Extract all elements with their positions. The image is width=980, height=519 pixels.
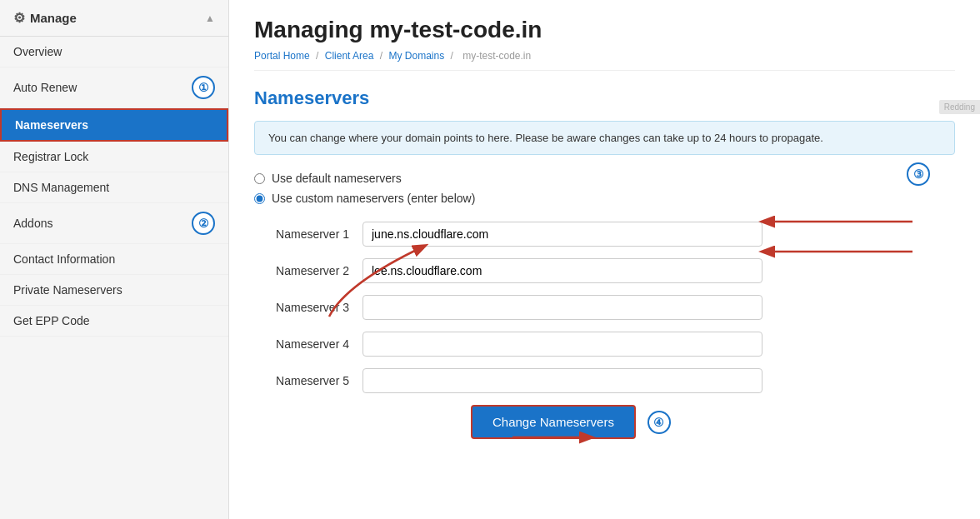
sidebar-item-dns-management[interactable]: DNS Management xyxy=(0,172,228,203)
watermark: Redding xyxy=(939,100,980,114)
radio-custom-option[interactable]: Use custom nameservers (enter below) xyxy=(254,192,955,205)
sidebar-item-nameservers[interactable]: Nameservers xyxy=(0,108,228,142)
breadcrumb-current: my-test-code.in xyxy=(462,50,531,62)
nameserver-4-input[interactable] xyxy=(362,332,762,357)
nameservers-form: Nameserver 1 Nameserver 2 Nameserver 3 N… xyxy=(254,222,955,439)
sidebar-item-private-nameservers[interactable]: Private Nameservers xyxy=(0,275,228,306)
step-badge-3: ③ xyxy=(907,162,930,186)
change-nameservers-row: Change Nameservers ④ xyxy=(254,405,955,439)
chevron-up-icon: ▲ xyxy=(205,12,215,24)
nameserver-1-input[interactable] xyxy=(362,222,762,247)
nameserver-1-label: Nameserver 1 xyxy=(254,227,362,241)
sidebar-item-contact-information[interactable]: Contact Information xyxy=(0,244,228,275)
nameserver-5-input[interactable] xyxy=(362,368,762,393)
breadcrumb-portal-home[interactable]: Portal Home xyxy=(254,50,310,62)
main-content: Managing my-test-code.in Portal Home / C… xyxy=(229,0,980,519)
sidebar-item-get-epp-code[interactable]: Get EPP Code xyxy=(0,306,228,337)
nameserver-3-input[interactable] xyxy=(362,295,762,320)
sidebar-header: ⚙ Manage ▲ xyxy=(0,0,228,37)
page-title: Managing my-test-code.in xyxy=(254,17,955,43)
breadcrumb-client-area[interactable]: Client Area xyxy=(325,50,374,62)
sidebar-item-overview[interactable]: Overview xyxy=(0,37,228,67)
nameserver-3-row: Nameserver 3 xyxy=(254,295,955,320)
nameserver-2-label: Nameserver 2 xyxy=(254,264,362,277)
change-nameservers-button[interactable]: Change Nameservers xyxy=(471,405,636,439)
radio-default-input[interactable] xyxy=(254,173,265,184)
nameserver-5-row: Nameserver 5 xyxy=(254,368,955,393)
sidebar-item-auto-renew[interactable]: Auto Renew ① xyxy=(0,67,228,108)
sidebar-item-registrar-lock[interactable]: Registrar Lock xyxy=(0,142,228,172)
breadcrumb: Portal Home / Client Area / My Domains /… xyxy=(254,50,955,71)
step-badge-2: ② xyxy=(192,212,215,235)
radio-custom-input[interactable] xyxy=(254,193,265,204)
nameserver-4-row: Nameserver 4 xyxy=(254,332,955,357)
nameserver-2-input[interactable] xyxy=(362,258,762,283)
radio-group: Use default nameservers Use custom names… xyxy=(254,172,955,205)
step-badge-1: ① xyxy=(192,76,215,99)
nameserver-3-label: Nameserver 3 xyxy=(254,301,362,314)
sidebar-nav: Overview Auto Renew ① Nameservers Regist… xyxy=(0,37,228,519)
sidebar-title: Manage xyxy=(30,11,77,25)
step-badge-4: ④ xyxy=(648,411,671,434)
section-title: Nameservers xyxy=(254,87,955,109)
info-box: You can change where your domain points … xyxy=(254,121,955,155)
gear-icon: ⚙ xyxy=(13,10,25,26)
nameserver-2-row: Nameserver 2 xyxy=(254,258,955,283)
nameserver-1-row: Nameserver 1 xyxy=(254,222,955,247)
sidebar-item-addons[interactable]: Addons ② xyxy=(0,203,228,244)
nameserver-4-label: Nameserver 4 xyxy=(254,337,362,351)
radio-default-option[interactable]: Use default nameservers xyxy=(254,172,955,185)
sidebar: ⚙ Manage ▲ Overview Auto Renew ① Nameser… xyxy=(0,0,229,519)
nameserver-5-label: Nameserver 5 xyxy=(254,374,362,387)
breadcrumb-my-domains[interactable]: My Domains xyxy=(388,50,444,62)
